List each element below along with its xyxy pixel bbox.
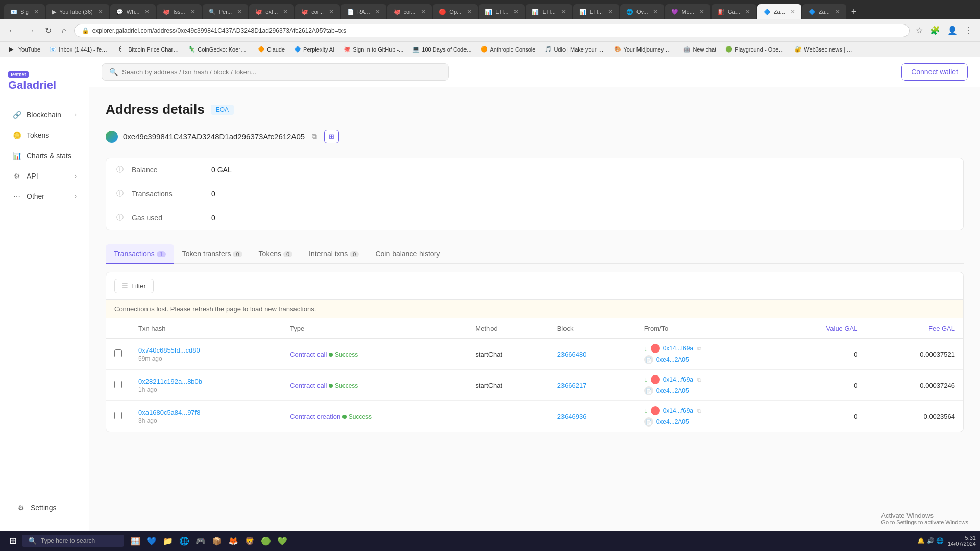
taskbar-vscode-button[interactable]: 💙 <box>144 534 159 548</box>
to-address-link[interactable]: 0xe4...2A05 <box>656 418 689 425</box>
from-address-link[interactable]: 0x14...f69a <box>663 345 693 352</box>
settings-button[interactable]: ⚙ Settings <box>8 498 81 517</box>
bookmark-item[interactable]: 🐙Sign in to GitHub -... <box>339 45 407 54</box>
block-link[interactable]: 23666217 <box>557 382 587 389</box>
sidebar-item-blockchain[interactable]: 🔗 Blockchain › <box>4 105 85 124</box>
bookmark-item[interactable]: 🔷Perplexity AI <box>290 45 338 54</box>
bookmark-item[interactable]: 📧Inbox (1,441) - fede... <box>45 45 114 54</box>
bookmark-item[interactable]: 🎵Udio | Make your m... <box>541 45 609 54</box>
browser-tab-etf1[interactable]: 📊ETf...✕ <box>479 4 525 19</box>
browser-tab-op[interactable]: 🔴Op...✕ <box>433 4 478 19</box>
browser-tab-overview[interactable]: 🌐Ov...✕ <box>620 4 664 19</box>
fee-cell: 0.0023564 <box>866 401 963 432</box>
bookmark-item[interactable]: ▶YouTube <box>5 45 44 54</box>
txhash-link[interactable]: 0x740c6855fd...cd80 <box>138 346 200 354</box>
bookmark-item[interactable]: ₿Bitcoin Price Chart |... <box>115 45 183 54</box>
browser-tab-etf2[interactable]: 📊ETf...✕ <box>526 4 572 19</box>
sidebar-item-left-charts: 📊 Charts & stats <box>12 151 71 160</box>
bookmark-item[interactable]: 🎨Your Midjourney Pr... <box>610 45 678 54</box>
txhash-header: Txn hash <box>130 318 282 339</box>
browser-tab-perplexity[interactable]: 🔍Per...✕ <box>203 4 249 19</box>
browser-tab-rag[interactable]: 📄RA...✕ <box>341 4 386 19</box>
qr-code-button[interactable]: ⊞ <box>324 130 339 143</box>
home-button[interactable]: ⌂ <box>59 24 70 37</box>
browser-tab-github-cor2[interactable]: 🐙cor...✕ <box>387 4 432 19</box>
type-link[interactable]: Contract call <box>290 382 327 389</box>
bookmark-item[interactable]: 🦎CoinGecko: Koerse... <box>184 45 253 54</box>
taskbar-chrome-button[interactable]: 🌐 <box>177 534 191 548</box>
sidebar-item-tokens[interactable]: 🪙 Tokens <box>4 126 85 145</box>
txhash-link[interactable]: 0xa1680c5a84...97f8 <box>138 409 200 416</box>
sidebar-logo: testnet Galadriel <box>0 65 89 104</box>
type-link[interactable]: Contract call <box>290 350 327 358</box>
gas-used-row: ⓘ Gas used 0 <box>106 206 963 230</box>
connect-wallet-button[interactable]: Connect wallet <box>901 63 968 81</box>
copy-from-icon[interactable]: ⧉ <box>697 377 701 383</box>
bookmark-button[interactable]: ☆ <box>914 23 925 37</box>
browser-tab-etf3[interactable]: 📊ETf...✕ <box>573 4 619 19</box>
block-header: Block <box>549 318 636 339</box>
row-checkbox[interactable] <box>114 381 122 388</box>
browser-tab-zakaly1[interactable]: 🔷Za...✕ <box>757 4 801 19</box>
back-button[interactable]: ← <box>5 24 19 37</box>
new-tab-button[interactable]: + <box>847 6 861 18</box>
tab-token-transfers[interactable]: Token transfers0 <box>174 244 251 264</box>
bookmark-item[interactable]: 🔶Claude <box>254 45 289 54</box>
taskbar-app5-button[interactable]: 📦 <box>210 534 224 548</box>
to-address-link[interactable]: 0xe4...2A05 <box>656 387 689 394</box>
search-box[interactable]: 🔍 <box>102 63 449 81</box>
block-link[interactable]: 23646936 <box>557 413 587 420</box>
bookmark-item[interactable]: 🟢Playground - Open... <box>721 45 790 54</box>
filter-button[interactable]: ☰ Filter <box>114 279 154 293</box>
browser-tab-ga[interactable]: ⛽Ga...✕ <box>712 4 756 19</box>
start-button[interactable]: ⊞ <box>4 533 22 548</box>
block-link[interactable]: 23666480 <box>557 350 587 358</box>
app-container: testnet Galadriel 🔗 Blockchain › 🪙 Token… <box>0 57 980 531</box>
search-input[interactable] <box>122 68 441 76</box>
reload-button[interactable]: ↻ <box>42 23 55 37</box>
from-address-link[interactable]: 0x14...f69a <box>663 376 693 383</box>
to-address-link[interactable]: 0xe4...2A05 <box>656 356 689 363</box>
browser-tab-whatsapp[interactable]: 💬Wh...✕ <box>110 4 156 19</box>
sidebar-item-api[interactable]: ⚙ API › <box>4 166 85 186</box>
row-checkbox[interactable] <box>114 349 122 357</box>
browser-tab-zakaly2[interactable]: 🔷Za...✕ <box>802 4 846 19</box>
browser-tab-me[interactable]: 💜Me...✕ <box>665 4 710 19</box>
more-button[interactable]: ⋮ <box>963 23 975 37</box>
transactions-table: Txn hash Type Method Block From/To Value… <box>106 318 963 432</box>
taskbar-files-button[interactable]: 📁 <box>161 534 175 548</box>
browser-tab-github-ext[interactable]: 🐙ext...✕ <box>249 4 294 19</box>
bookmark-item[interactable]: 🟠Anthropic Console <box>477 45 540 54</box>
sidebar-item-other[interactable]: ⋯ Other › <box>4 187 85 206</box>
taskbar-app6-button[interactable]: 🟢 <box>259 534 273 548</box>
browser-tab-youtube[interactable]: ▶YouTube (36)✕ <box>46 4 109 19</box>
txhash-link[interactable]: 0x28211c192a...8b0b <box>138 378 202 385</box>
taskbar-app7-button[interactable]: 💚 <box>275 534 289 548</box>
tab-coin-balance-history[interactable]: Coin balance history <box>367 244 448 264</box>
bookmark-item[interactable]: 🔐Web3sec.news | Chi... <box>791 45 859 54</box>
tab-transactions[interactable]: Transactions1 <box>106 244 174 264</box>
row-checkbox[interactable] <box>114 412 122 419</box>
taskbar-brave-button[interactable]: 🦁 <box>242 534 257 548</box>
tab-tokens[interactable]: Tokens0 <box>251 244 301 264</box>
browser-tab-github-cor[interactable]: 🐙cor...✕ <box>295 4 340 19</box>
address-bar[interactable]: 🔒 explorer.galadriel.com/address/0xe49c3… <box>74 24 910 37</box>
browser-tab-gmail-sig[interactable]: 📧Sig✕ <box>4 4 45 19</box>
taskbar-windows-button[interactable]: 🪟 <box>128 534 142 548</box>
tab-internal-txns[interactable]: Internal txns0 <box>301 244 367 264</box>
bookmark-item[interactable]: 🤖New chat <box>679 45 720 54</box>
browser-tab-github-issues[interactable]: 🐙Iss...✕ <box>157 4 201 19</box>
forward-button[interactable]: → <box>23 24 38 37</box>
extensions-button[interactable]: 🧩 <box>928 23 942 37</box>
taskbar-firefox-button[interactable]: 🦊 <box>226 534 240 548</box>
sidebar-item-charts[interactable]: 📊 Charts & stats <box>4 146 85 165</box>
copy-from-icon[interactable]: ⧉ <box>697 345 701 352</box>
bookmark-item[interactable]: 💻100 Days of Code... <box>408 45 475 54</box>
type-link[interactable]: Contract creation <box>290 413 340 420</box>
from-address-link[interactable]: 0x14...f69a <box>663 407 693 414</box>
profile-button[interactable]: 👤 <box>945 23 960 37</box>
taskbar-search[interactable]: 🔍 Type here to search <box>22 535 124 547</box>
copy-address-button[interactable]: ⧉ <box>310 131 319 142</box>
copy-from-icon[interactable]: ⧉ <box>697 408 701 414</box>
taskbar-app4-button[interactable]: 🎮 <box>193 534 208 548</box>
